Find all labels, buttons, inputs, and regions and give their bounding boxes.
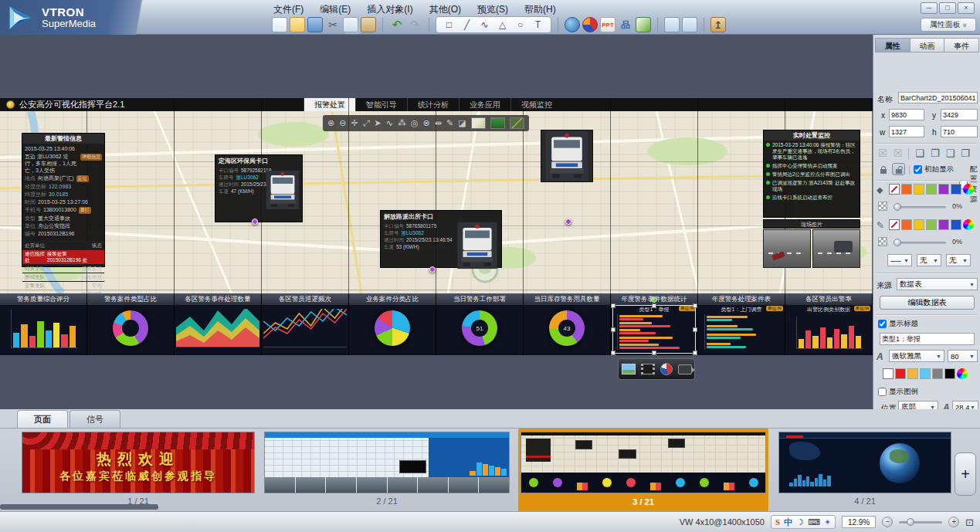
- chart-title-field[interactable]: [880, 333, 975, 345]
- font-size-dropdown[interactable]: 80▼: [948, 350, 978, 362]
- map-normal-icon[interactable]: [471, 117, 486, 129]
- line-swatch[interactable]: [914, 219, 924, 230]
- chart-panel[interactable]: 年度警务事件数据统计类型1：举报单位:件: [611, 293, 698, 355]
- line-swatch-none[interactable]: [889, 219, 900, 230]
- title-swatch[interactable]: [895, 368, 906, 379]
- paste-icon[interactable]: [361, 17, 376, 32]
- new-page-icon[interactable]: [682, 17, 697, 32]
- title-swatch-wheel[interactable]: [957, 368, 968, 379]
- font-family-dropdown[interactable]: 微软雅黑▼: [889, 350, 944, 362]
- zoom-level-box[interactable]: 12.9%: [842, 516, 876, 528]
- rect-tool-icon[interactable]: □: [443, 17, 455, 32]
- triangle-tool-icon[interactable]: △: [497, 17, 508, 32]
- selection-frame[interactable]: [612, 305, 696, 354]
- line-swatch[interactable]: [926, 219, 937, 230]
- chart-panel[interactable]: 各区警务事件处理数量: [175, 293, 262, 355]
- title-swatch[interactable]: [944, 368, 955, 379]
- properties-tab-属性[interactable]: 属性: [875, 38, 910, 53]
- z-order-icon[interactable]: ❑: [946, 147, 955, 159]
- page-thumbnail[interactable]: [521, 432, 766, 493]
- clear-icon[interactable]: ⊗: [423, 115, 430, 131]
- z-order-icon[interactable]: ❒: [961, 147, 970, 159]
- selection-handle[interactable]: [611, 351, 615, 355]
- close-button[interactable]: ×: [958, 2, 975, 14]
- x-field[interactable]: [889, 109, 924, 120]
- map-view[interactable]: ⊕⊖✛⤢➤∿⁂◎⊗⇹✎◪ 最新警情信息 2015-03-25 13:40:06五…: [0, 111, 873, 293]
- selection-handle[interactable]: [693, 327, 697, 332]
- text-tool-icon[interactable]: T: [532, 17, 544, 32]
- multi-select-icon[interactable]: ⁂: [398, 115, 406, 131]
- insert-media-icon[interactable]: [565, 17, 580, 32]
- w-field[interactable]: [889, 126, 924, 137]
- publish-icon[interactable]: ↥: [710, 17, 726, 32]
- lock-button[interactable]: [877, 163, 890, 175]
- save-icon[interactable]: [307, 17, 323, 32]
- line-opacity-slider[interactable]: [894, 242, 946, 244]
- map-pin-icon[interactable]: [565, 219, 571, 225]
- zoom-out-icon[interactable]: ⊖: [339, 115, 346, 131]
- selection-handle[interactable]: [652, 303, 656, 308]
- video-wall-screen[interactable]: 公安高分可视化指挥平台2.1 报警处置智能引导统计分析业务应用视频监控 ⊕⊖✛⤢…: [0, 98, 873, 355]
- insert-camera-icon[interactable]: [678, 364, 692, 374]
- title-swatch[interactable]: [932, 368, 943, 379]
- pages-tab-signals[interactable]: 信号: [70, 410, 120, 428]
- chart-panel[interactable]: 业务案件分类占比: [349, 293, 436, 355]
- selection-handle[interactable]: [693, 303, 697, 308]
- rotate-handle[interactable]: [651, 296, 657, 303]
- z-order-icon[interactable]: ❏: [915, 147, 924, 159]
- map-pin-icon[interactable]: [252, 219, 258, 225]
- title-swatch[interactable]: [920, 368, 931, 379]
- polyline-tool-icon[interactable]: ∿: [479, 17, 490, 32]
- fill-swatch[interactable]: [938, 184, 949, 195]
- ime-logo-icon[interactable]: S: [775, 516, 780, 528]
- ellipse-tool-icon[interactable]: ○: [514, 17, 526, 32]
- circle-select-icon[interactable]: ◎: [411, 115, 419, 131]
- chart-panel[interactable]: 警务案件类型占比: [87, 293, 175, 355]
- fill-swatch[interactable]: [914, 184, 924, 195]
- line-swatch[interactable]: [951, 219, 961, 230]
- title-swatch[interactable]: [907, 368, 918, 379]
- ime-moon-icon[interactable]: ☽: [796, 516, 804, 528]
- h-field[interactable]: [941, 126, 978, 137]
- undo-icon[interactable]: ↶: [389, 17, 405, 32]
- init-display-checkbox[interactable]: 初始显示: [914, 164, 954, 175]
- selection-handle[interactable]: [652, 351, 656, 355]
- properties-tab-事件[interactable]: 事件: [944, 38, 979, 53]
- screen-tab-active[interactable]: 报警处置: [303, 98, 355, 111]
- page-thumbnail[interactable]: 热烈欢迎各位嘉宾莅临威创参观指导: [22, 432, 255, 493]
- fill-opacity-slider[interactable]: [894, 206, 946, 208]
- add-page-button[interactable]: +: [955, 452, 976, 496]
- alarm-row-badge[interactable]: 拨打: [79, 207, 91, 214]
- chart-panel[interactable]: 警务质量综合评分: [0, 293, 87, 355]
- name-field[interactable]: [898, 92, 978, 103]
- fill-swatch-wheel[interactable]: [963, 184, 974, 195]
- fill-swatch[interactable]: [951, 184, 961, 195]
- ime-lang-icon[interactable]: 中: [784, 516, 792, 528]
- unlock-button[interactable]: [892, 163, 905, 175]
- minimize-button[interactable]: ─: [921, 2, 938, 14]
- map-satellite-icon[interactable]: [510, 117, 524, 129]
- insert-org-icon[interactable]: 品: [618, 17, 633, 32]
- fit-to-window-icon[interactable]: ⊡: [965, 517, 974, 528]
- zoom-slider[interactable]: [899, 521, 942, 524]
- page-thumbnail-selected[interactable]: 3 / 21: [518, 429, 768, 513]
- line-style-dropdown[interactable]: 无▼: [917, 254, 941, 266]
- line-style-dropdown[interactable]: 无▼: [946, 254, 971, 266]
- thumbnail-scrollbar[interactable]: [0, 504, 158, 510]
- insert-ppt-icon[interactable]: PPT: [600, 17, 615, 32]
- redo-icon[interactable]: ↷: [407, 17, 422, 32]
- full-extent-icon[interactable]: ⤢: [363, 115, 370, 131]
- swap-icon[interactable]: ⇹: [435, 115, 442, 131]
- z-order-icon[interactable]: ❐: [931, 147, 940, 159]
- line-tool-icon[interactable]: ╱: [461, 17, 473, 32]
- properties-tab-动画[interactable]: 动画: [910, 38, 945, 53]
- ime-toolbox-icon[interactable]: ✦: [824, 516, 831, 528]
- chart-panel[interactable]: 各区警员巡逻频次: [262, 293, 349, 355]
- select-icon[interactable]: ➤: [374, 115, 381, 131]
- insert-image-icon[interactable]: [622, 364, 636, 374]
- path-select-icon[interactable]: ∿: [386, 115, 393, 131]
- selection-handle[interactable]: [693, 351, 697, 355]
- insert-video-icon[interactable]: [641, 364, 655, 374]
- chart-panel[interactable]: 各区警员出警率出警比例类别数据单位:%: [785, 293, 873, 355]
- alarm-row-badge[interactable]: 详细信息: [80, 154, 102, 161]
